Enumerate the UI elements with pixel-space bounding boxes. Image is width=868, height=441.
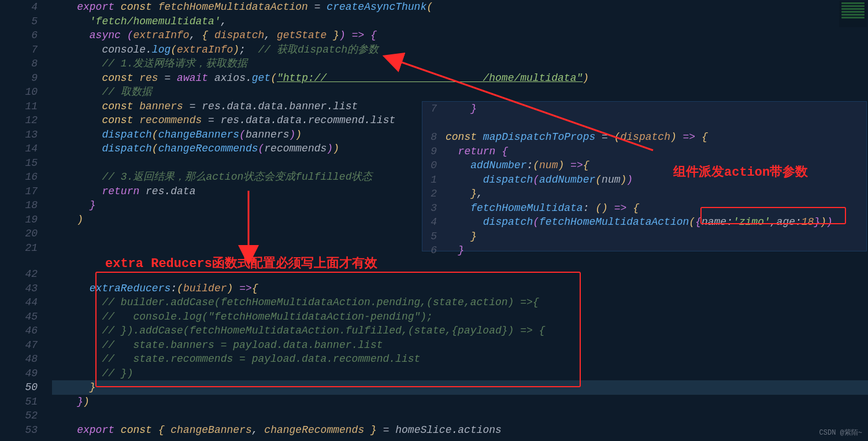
gutter-2: 7890123456 [422, 102, 443, 258]
code-editor-pane-3[interactable]: 424344454647484950515253 extraReducers:(… [0, 267, 868, 440]
annotation-label-dispatch-arg: 组件派发action带参数 [673, 163, 808, 180]
watermark: CSDN @紫陌~ [819, 428, 862, 438]
minimap[interactable] [839, 1, 867, 27]
code-3[interactable]: extraReducers:(builder) =>{ // builder.a… [52, 267, 868, 437]
annotation-label-extrareducers: extra Reducers函数式配置必须写上面才有效 [105, 254, 377, 272]
gutter-3: 424344454647484950515253 [0, 267, 52, 437]
gutter-1: 456789101112131415161718192021 [0, 0, 52, 255]
